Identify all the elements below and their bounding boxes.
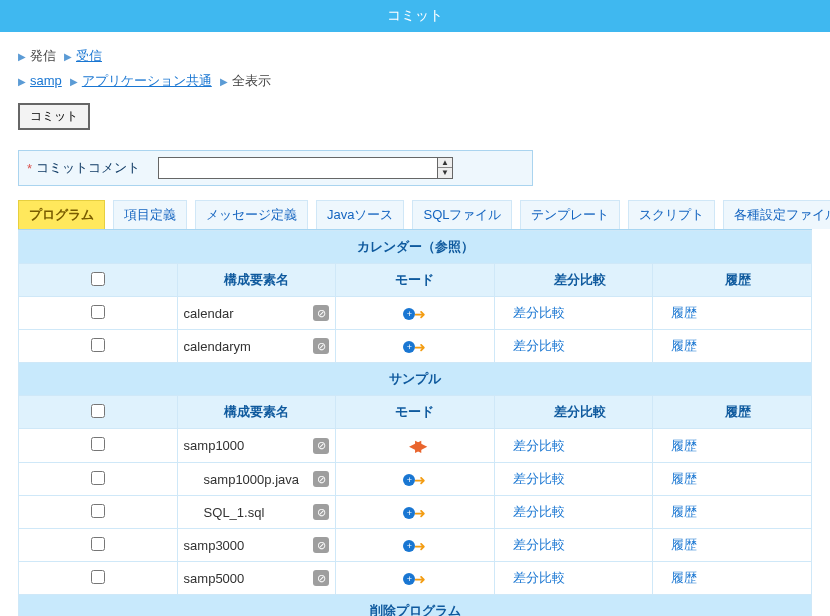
section-title: 削除プログラム (19, 595, 812, 616)
forbid-icon[interactable] (313, 338, 329, 354)
history-cell: 履歴 (653, 463, 812, 496)
tab-プログラム[interactable]: プログラム (18, 200, 105, 229)
mode-cell: +➜ (336, 297, 495, 330)
diff-link[interactable]: 差分比較 (513, 471, 565, 486)
history-link[interactable]: 履歴 (671, 305, 697, 320)
name-cell: samp1000 (177, 429, 336, 463)
row-checkbox[interactable] (91, 570, 105, 584)
col-diff-header: 差分比較 (494, 396, 653, 429)
breadcrumb-arrow-icon: ▶ (18, 72, 26, 91)
spinner-up-icon[interactable]: ▲ (438, 158, 452, 168)
tab-スクリプト[interactable]: スクリプト (628, 200, 715, 229)
element-name: calendar (184, 306, 234, 321)
row-check-cell (19, 463, 178, 496)
history-link[interactable]: 履歴 (671, 471, 697, 486)
row-check-cell (19, 529, 178, 562)
spinner-down-icon[interactable]: ▼ (438, 168, 452, 178)
row-checkbox[interactable] (91, 504, 105, 518)
history-cell: 履歴 (653, 496, 812, 529)
breadcrumb-arrow-icon: ▶ (64, 47, 72, 66)
row-checkbox[interactable] (91, 305, 105, 319)
name-cell: calendarym (177, 330, 336, 363)
section-title: カレンダー（参照） (19, 231, 812, 264)
select-all-checkbox[interactable] (91, 404, 105, 418)
forbid-icon[interactable] (313, 570, 329, 586)
history-cell: 履歴 (653, 297, 812, 330)
diff-cell: 差分比較 (494, 297, 653, 330)
table-row: samp1000p.java+➜差分比較履歴 (19, 463, 812, 496)
page-title: コミット (387, 7, 443, 23)
tab-テンプレート[interactable]: テンプレート (520, 200, 620, 229)
row-checkbox[interactable] (91, 338, 105, 352)
diff-link[interactable]: 差分比較 (513, 305, 565, 320)
breadcrumb-text: 全表示 (232, 73, 271, 88)
diff-cell: 差分比較 (494, 562, 653, 595)
diff-cell: 差分比較 (494, 529, 653, 562)
col-mode-header: モード (336, 396, 495, 429)
element-name: samp1000p.java (184, 472, 299, 487)
add-arrow-icon: +➜ (403, 505, 426, 521)
commit-button[interactable]: コミット (18, 103, 90, 130)
mode-cell: +➜ (336, 330, 495, 363)
row-check-cell (19, 297, 178, 330)
add-arrow-icon: +➜ (403, 571, 426, 587)
forbid-icon[interactable] (313, 305, 329, 321)
history-link[interactable]: 履歴 (671, 338, 697, 353)
tab-メッセージ定義[interactable]: メッセージ定義 (195, 200, 308, 229)
diff-link[interactable]: 差分比較 (513, 504, 565, 519)
history-cell: 履歴 (653, 429, 812, 463)
element-name: samp3000 (184, 538, 245, 553)
table-row: SQL_1.sql+➜差分比較履歴 (19, 496, 812, 529)
add-arrow-icon: +➜ (403, 472, 426, 488)
forbid-icon[interactable] (313, 504, 329, 520)
tab-Javaソース[interactable]: Javaソース (316, 200, 404, 229)
forbid-icon[interactable] (313, 537, 329, 553)
diff-cell: 差分比較 (494, 496, 653, 529)
name-cell: calendar (177, 297, 336, 330)
select-all-header (19, 396, 178, 429)
mode-cell: +➜ (336, 562, 495, 595)
name-cell: samp3000 (177, 529, 336, 562)
history-link[interactable]: 履歴 (671, 438, 697, 453)
table-row: calendar+➜差分比較履歴 (19, 297, 812, 330)
breadcrumb-arrow-icon: ▶ (70, 72, 78, 91)
history-link[interactable]: 履歴 (671, 504, 697, 519)
forbid-icon[interactable] (313, 438, 329, 454)
breadcrumb-arrow-icon: ▶ (18, 47, 26, 66)
commit-comment-row: * コミットコメント ▲▼ (18, 150, 533, 186)
tab-各種設定ファイル[interactable]: 各種設定ファイル (723, 200, 830, 229)
row-checkbox[interactable] (91, 437, 105, 451)
add-arrow-icon: +➜ (403, 306, 426, 322)
element-name: calendarym (184, 339, 251, 354)
col-name-header: 構成要素名 (177, 264, 336, 297)
table-row: calendarym+➜差分比較履歴 (19, 330, 812, 363)
row-check-cell (19, 562, 178, 595)
breadcrumb-link[interactable]: samp (30, 73, 62, 88)
spinner-buttons[interactable]: ▲▼ (438, 157, 453, 179)
commit-comment-input[interactable] (158, 157, 438, 179)
name-cell: samp5000 (177, 562, 336, 595)
required-mark: * (27, 161, 32, 176)
diff-link[interactable]: 差分比較 (513, 338, 565, 353)
row-check-cell (19, 496, 178, 529)
breadcrumb-link[interactable]: アプリケーション共通 (82, 73, 212, 88)
row-checkbox[interactable] (91, 537, 105, 551)
row-checkbox[interactable] (91, 471, 105, 485)
diff-link[interactable]: 差分比較 (513, 438, 565, 453)
forbid-icon[interactable] (313, 471, 329, 487)
history-link[interactable]: 履歴 (671, 570, 697, 585)
diff-link[interactable]: 差分比較 (513, 570, 565, 585)
col-name-header: 構成要素名 (177, 396, 336, 429)
select-all-checkbox[interactable] (91, 272, 105, 286)
tab-項目定義[interactable]: 項目定義 (113, 200, 187, 229)
breadcrumb-link[interactable]: 受信 (76, 48, 102, 63)
history-link[interactable]: 履歴 (671, 537, 697, 552)
history-cell: 履歴 (653, 529, 812, 562)
breadcrumb-row-1: ▶発信▶受信 (18, 44, 812, 69)
history-cell: 履歴 (653, 330, 812, 363)
mode-cell: +➜ (336, 463, 495, 496)
diff-link[interactable]: 差分比較 (513, 537, 565, 552)
breadcrumb-text: 発信 (30, 48, 56, 63)
tab-SQLファイル[interactable]: SQLファイル (412, 200, 512, 229)
data-table: カレンダー（参照）構成要素名モード差分比較履歴calendar+➜差分比較履歴c… (18, 230, 812, 616)
